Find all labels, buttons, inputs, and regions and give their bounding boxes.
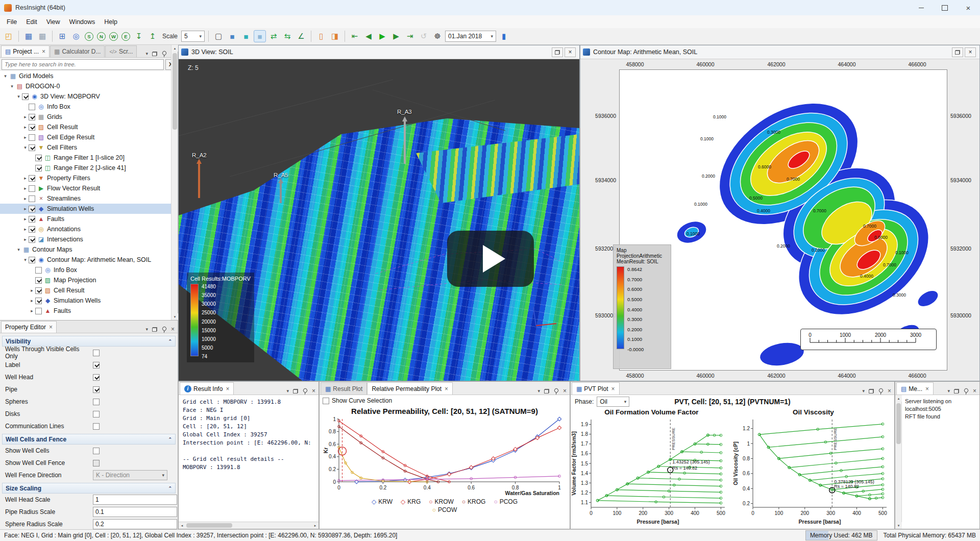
view-east-icon[interactable]: E	[121, 32, 130, 41]
menu-windows[interactable]: Windows	[65, 17, 100, 27]
expand-arrow-icon[interactable]: ▸	[29, 308, 35, 313]
tree-item-simulation-wells[interactable]: ▸◆Simulation Wells	[0, 296, 178, 306]
legend-item-pcow[interactable]: ○PCOW	[432, 506, 457, 513]
close-icon[interactable]: ×	[226, 385, 229, 392]
skip-to-start-icon[interactable]: ⇤	[349, 30, 361, 42]
menu-icon[interactable]: ▾	[145, 327, 148, 332]
float-window-button[interactable]	[552, 47, 563, 57]
close-button[interactable]: ×	[957, 0, 980, 15]
step-forward-icon[interactable]: ▶	[390, 30, 402, 42]
pin-icon[interactable]	[878, 388, 884, 395]
float-icon[interactable]	[869, 389, 874, 394]
tree-item-cell-result[interactable]: ▸▨Cell Result	[0, 122, 178, 132]
view-west-icon[interactable]: W	[109, 32, 118, 41]
expand-arrow-icon[interactable]: ▸	[22, 125, 29, 130]
tab-property-editor[interactable]: Property Editor ×	[1, 321, 57, 333]
tree-item-simulation-wells[interactable]: ▸◆Simulation Wells	[0, 204, 178, 214]
tree-checkbox[interactable]	[29, 144, 35, 151]
tree-item-range-filter-1-i-slice-20[interactable]: ◫Range Filter 1 [I-slice 20]	[0, 153, 178, 163]
pvt-fvf-chart[interactable]: 01002003004005001.11.21.31.41.51.61.71.8…	[571, 417, 730, 526]
tab-relperm-plot[interactable]: Relative Permeability Plot ×	[367, 382, 453, 395]
float-icon[interactable]	[293, 389, 298, 394]
tree-item-cell-filters[interactable]: ▾▼Cell Filters	[0, 142, 178, 153]
float-icon[interactable]	[152, 52, 157, 56]
tree-item-intersections[interactable]: ▸◪Intersections	[0, 234, 178, 244]
pipe-checkbox[interactable]	[93, 386, 100, 393]
collapse-icon[interactable]: ⌃	[168, 486, 172, 491]
tree-item-cell-result[interactable]: ▸▨Cell Result	[0, 285, 178, 296]
view-layout-icon[interactable]: ⊞	[56, 30, 68, 42]
flow-swap-icon[interactable]: ⇄	[267, 30, 280, 42]
tree-checkbox[interactable]	[29, 134, 35, 141]
section-size-scaling[interactable]: Size Scaling⌃	[2, 483, 176, 494]
maximize-button[interactable]	[933, 0, 957, 15]
tab-project[interactable]: ▤ Project ... ×	[1, 45, 50, 57]
tree-item-faults[interactable]: ▸▲Faults	[0, 306, 178, 316]
show-curve-selection-checkbox[interactable]	[323, 398, 329, 404]
scroll-thumb[interactable]	[173, 53, 177, 130]
expand-arrow-icon[interactable]: ▸	[22, 196, 29, 201]
tab-result-info[interactable]: i Result Info ×	[180, 382, 234, 395]
float-icon[interactable]	[152, 327, 157, 332]
close-icon[interactable]: ×	[611, 385, 615, 392]
tab-scripts[interactable]: </> Scr...	[105, 45, 137, 57]
zoom-all-icon[interactable]: ◎	[70, 30, 82, 42]
tree-checkbox[interactable]	[29, 124, 35, 131]
menu-icon[interactable]: ▾	[947, 388, 950, 394]
menu-icon[interactable]: ▾	[537, 388, 540, 394]
float-icon[interactable]	[954, 389, 959, 394]
tree-checkbox[interactable]	[29, 226, 35, 233]
tree-checkbox[interactable]	[29, 216, 35, 223]
tree-checkbox[interactable]	[35, 287, 42, 294]
label-checkbox[interactable]	[93, 362, 100, 368]
view-south-icon[interactable]: S	[85, 32, 93, 41]
legend-item-krog[interactable]: ○KROG	[462, 498, 486, 505]
tree-checkbox[interactable]	[22, 93, 29, 100]
scroll-thumb[interactable]	[896, 403, 901, 444]
close-icon[interactable]: ×	[563, 387, 567, 395]
phase-select[interactable]: Oil ▾	[597, 397, 629, 407]
collapse-icon[interactable]: ⌃	[168, 339, 172, 344]
tab-messages[interactable]: ▤ Me... ×	[896, 382, 934, 395]
plot-window-icon[interactable]: ▦	[36, 30, 48, 42]
legend-item-krg[interactable]: ◇KRG	[401, 498, 421, 505]
float-icon[interactable]	[544, 389, 549, 394]
tree-item-map-projection[interactable]: ▨Map Projection	[0, 275, 178, 285]
menu-edit[interactable]: Edit	[21, 17, 42, 27]
repeat-icon[interactable]: ↺	[418, 30, 430, 42]
expand-arrow-icon[interactable]: ▾	[22, 145, 29, 150]
tree-item-contour-maps[interactable]: ▾▦Contour Maps	[0, 244, 178, 255]
pin-icon[interactable]	[161, 51, 167, 57]
well-head-scale-input[interactable]	[93, 495, 177, 505]
close-window-button[interactable]: ×	[965, 47, 976, 57]
tree-item-grids[interactable]: ▸▦Grids	[0, 112, 178, 122]
timestep-select[interactable]: 01.Jan 2018▾	[445, 31, 496, 42]
menu-icon[interactable]: ▾	[145, 51, 148, 56]
expand-arrow-icon[interactable]: ▸	[22, 227, 29, 232]
animation-settings-icon[interactable]: ☸	[431, 30, 444, 42]
tree-checkbox[interactable]	[29, 195, 35, 202]
pin-icon[interactable]	[553, 388, 559, 395]
legend-item-krow[interactable]: ○KROW	[429, 498, 454, 505]
expand-arrow-icon[interactable]: ▾	[15, 94, 22, 99]
communication-lines-checkbox[interactable]	[93, 423, 100, 430]
well-fence-direction-select[interactable]: K - Direction▾	[93, 470, 167, 480]
section-well-cells-and-fence[interactable]: Well Cells and Fence⌃	[2, 434, 176, 445]
tree-checkbox[interactable]	[29, 104, 35, 110]
well-head-checkbox[interactable]	[93, 374, 100, 381]
scroll-up-icon[interactable]: ▴	[172, 45, 178, 52]
pvt-viscosity-chart[interactable]: 01002003004005000.20.40.60.811.2Oil Visc…	[732, 417, 892, 526]
expand-arrow-icon[interactable]: ▾	[2, 73, 9, 79]
sphere-radius-scale-input[interactable]	[93, 519, 177, 529]
plot-main-window-icon[interactable]: ▦	[22, 30, 35, 42]
disks-checkbox[interactable]	[93, 411, 100, 417]
scroll-up-icon[interactable]: ▴	[895, 395, 902, 402]
expand-arrow-icon[interactable]: ▸	[22, 237, 29, 242]
legend-item-krw[interactable]: ◇KRW	[372, 498, 393, 505]
minimize-button[interactable]	[910, 0, 933, 15]
collapse-icon[interactable]: ⌃	[168, 437, 172, 442]
close-icon[interactable]: ×	[445, 385, 448, 392]
measurement-icon[interactable]: ∠	[295, 30, 307, 42]
mesh-full-icon[interactable]: ■	[226, 30, 238, 42]
tree-checkbox[interactable]	[29, 175, 35, 182]
